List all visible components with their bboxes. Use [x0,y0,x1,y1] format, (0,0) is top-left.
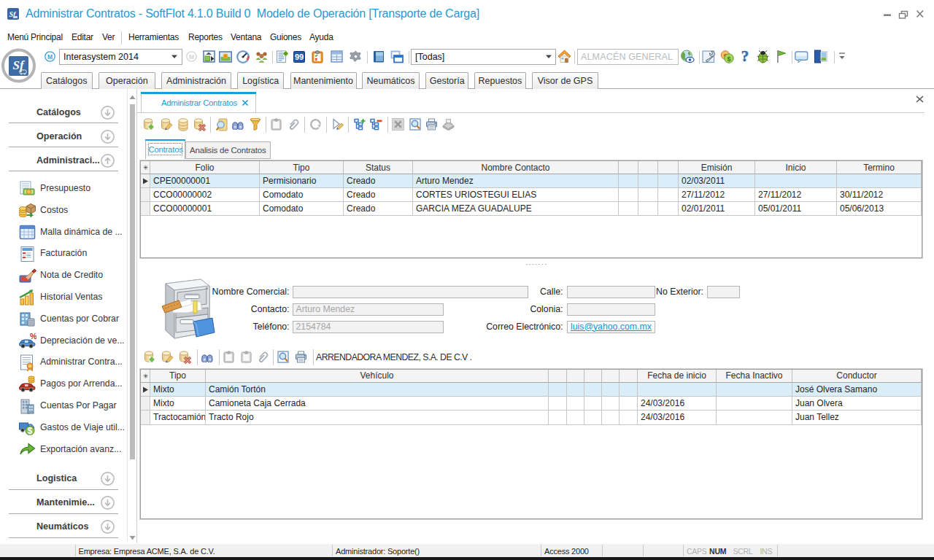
svg-text:%: % [30,332,36,341]
svg-text:M: M [47,53,53,61]
svg-text:?: ? [741,49,749,63]
svg-text:M: M [189,53,194,61]
svg-text:99: 99 [295,52,304,61]
svg-text:$: $ [28,426,33,436]
svg-text:$: $ [727,55,730,63]
